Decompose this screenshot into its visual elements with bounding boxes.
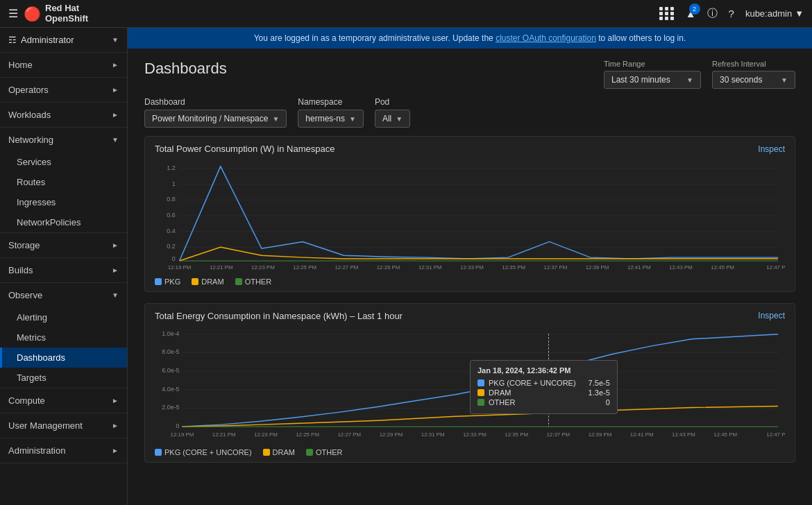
banner-text-after: to allow others to log in. — [596, 33, 686, 43]
chart2-legend-other: OTHER — [306, 448, 343, 456]
svg-text:0.2: 0.2 — [167, 243, 175, 250]
chart2-svg: 1.0e-4 8.0e-5 6.0e-5 4.0e-5 2.0e-5 0 — [155, 327, 785, 440]
sidebar-item-routes[interactable]: Routes — [0, 172, 127, 192]
dashboard-caret-icon: ▼ — [272, 115, 279, 123]
topbar-right: ▲ 2 ⓘ ? kube:admin ▼ — [659, 7, 804, 20]
svg-text:12:47 PM: 12:47 PM — [766, 264, 785, 269]
observe-chevron-icon: ▼ — [112, 291, 119, 299]
svg-text:12:41 PM: 12:41 PM — [630, 431, 654, 438]
svg-text:0.8: 0.8 — [167, 196, 175, 203]
svg-text:12:39 PM: 12:39 PM — [589, 431, 612, 438]
svg-text:12:39 PM: 12:39 PM — [586, 264, 609, 269]
brand-text: Red Hat OpenShift — [45, 3, 88, 24]
perspective-label: Administrator — [21, 35, 74, 45]
sidebar-item-networking[interactable]: Networking ▼ — [0, 128, 127, 152]
svg-text:12:33 PM: 12:33 PM — [463, 431, 487, 438]
sidebar-item-home[interactable]: Home ► — [0, 53, 127, 77]
sidebar-item-networkpolicies[interactable]: NetworkPolicies — [0, 212, 127, 232]
chart1-container: 1.2 1 0.8 0.6 0.4 0.2 0 — [145, 157, 795, 275]
svg-text:12:37 PM: 12:37 PM — [544, 264, 568, 269]
namespace-caret-icon: ▼ — [349, 115, 356, 123]
svg-text:12:43 PM: 12:43 PM — [669, 264, 693, 269]
perspective-selector[interactable]: ☶ Administrator ▼ — [0, 28, 127, 52]
workloads-label: Workloads — [8, 110, 51, 120]
networking-chevron-icon: ▼ — [112, 136, 119, 144]
sidebar-item-builds[interactable]: Builds ► — [0, 258, 127, 282]
admin-icon: ☶ — [8, 35, 17, 45]
usermgmt-label: User Management — [8, 420, 83, 431]
sidebar-item-ingresses[interactable]: Ingresses — [0, 192, 127, 212]
page-title: Dashboards — [144, 60, 227, 78]
builds-chevron-icon: ► — [112, 266, 119, 274]
svg-text:12:37 PM: 12:37 PM — [546, 431, 570, 438]
svg-text:12:31 PM: 12:31 PM — [421, 431, 445, 438]
sidebar-item-alerting[interactable]: Alerting — [0, 307, 127, 327]
chart1-svg: 1.2 1 0.8 0.6 0.4 0.2 0 — [155, 160, 785, 269]
dashboard-dropdown[interactable]: Power Monitoring / Namespace ▼ — [144, 110, 287, 128]
pod-dropdown[interactable]: All ▼ — [375, 110, 410, 128]
networking-label: Networking — [8, 135, 53, 145]
pod-caret-icon: ▼ — [396, 115, 403, 123]
question-icon[interactable]: ? — [729, 8, 734, 19]
sidebar-item-storage[interactable]: Storage ► — [0, 233, 127, 257]
pkg-color-swatch — [155, 278, 162, 285]
user-menu[interactable]: kube:admin ▼ — [745, 8, 804, 19]
operators-label: Operators — [8, 85, 49, 95]
time-range-dropdown[interactable]: Last 30 minutes ▼ — [604, 71, 701, 89]
filters-bar: Dashboard Power Monitoring / Namespace ▼… — [128, 97, 812, 136]
chart1-title: Total Power Consumption (W) in Namespace — [155, 144, 335, 154]
chart1-legend: PKG DRAM OTHER — [145, 275, 795, 291]
help-circle-icon[interactable]: ⓘ — [707, 7, 718, 20]
chart2-inspect-link[interactable]: Inspect — [758, 311, 785, 320]
svg-text:12:19 PM: 12:19 PM — [171, 431, 194, 438]
chart2-dram-swatch — [263, 449, 270, 456]
svg-text:12:41 PM: 12:41 PM — [627, 264, 651, 269]
sidebar-item-operators[interactable]: Operators ► — [0, 78, 127, 102]
sidebar-item-compute[interactable]: Compute ► — [0, 388, 127, 413]
oauth-config-link[interactable]: cluster OAuth configuration — [496, 33, 596, 43]
hamburger-icon[interactable]: ☰ — [8, 7, 18, 20]
perspective-chevron-icon: ▼ — [112, 36, 119, 44]
namespace-dropdown[interactable]: hermes-ns ▼ — [298, 110, 364, 128]
svg-text:12:27 PM: 12:27 PM — [335, 264, 358, 269]
nav-home-section: Home ► — [0, 53, 127, 78]
svg-text:12:43 PM: 12:43 PM — [672, 431, 695, 438]
sidebar-item-targets[interactable]: Targets — [0, 368, 127, 388]
svg-text:4.0e-5: 4.0e-5 — [162, 386, 179, 393]
pod-filter-label: Pod — [375, 97, 410, 107]
compute-label: Compute — [8, 395, 45, 406]
nav-builds-section: Builds ► — [0, 258, 127, 283]
svg-text:0: 0 — [172, 255, 176, 262]
other-color-swatch — [235, 278, 242, 285]
administration-label: Administration — [8, 445, 65, 456]
apps-grid-icon[interactable] — [659, 7, 675, 20]
svg-text:12:29 PM: 12:29 PM — [380, 431, 403, 438]
sidebar-item-administration[interactable]: Administration ► — [0, 438, 127, 463]
refresh-interval-dropdown[interactable]: 30 seconds ▼ — [712, 71, 795, 89]
pod-value: All — [382, 114, 391, 123]
svg-text:1.0e-4: 1.0e-4 — [162, 330, 179, 337]
refresh-interval-control: Refresh Interval 30 seconds ▼ — [712, 60, 795, 89]
sidebar-item-observe[interactable]: Observe ▼ — [0, 283, 127, 307]
sidebar-item-metrics[interactable]: Metrics — [0, 327, 127, 348]
svg-text:12:45 PM: 12:45 PM — [711, 264, 734, 269]
perspective-left: ☶ Administrator — [8, 35, 74, 45]
time-range-value: Last 30 minutes — [611, 75, 670, 85]
svg-text:1.2: 1.2 — [167, 164, 175, 171]
dashboard-value: Power Monitoring / Namespace — [152, 114, 268, 123]
usermgmt-chevron-icon: ► — [112, 422, 119, 429]
sidebar-item-services[interactable]: Services — [0, 152, 127, 172]
nav-operators-section: Operators ► — [0, 78, 127, 103]
storage-label: Storage — [8, 240, 40, 250]
svg-text:12:29 PM: 12:29 PM — [377, 264, 400, 269]
sidebar-item-usermgmt[interactable]: User Management ► — [0, 413, 127, 438]
svg-text:12:27 PM: 12:27 PM — [337, 431, 361, 438]
notifications-icon[interactable]: ▲ 2 — [686, 8, 696, 19]
perspective-section: ☶ Administrator ▼ — [0, 28, 127, 53]
svg-text:12:23 PM: 12:23 PM — [254, 431, 278, 438]
chart1-inspect-link[interactable]: Inspect — [758, 144, 785, 154]
admin-banner: You are logged in as a temporary adminis… — [128, 28, 812, 49]
sidebar-item-workloads[interactable]: Workloads ► — [0, 103, 127, 127]
refresh-interval-caret-icon: ▼ — [781, 76, 788, 84]
sidebar-item-dashboards[interactable]: Dashboards — [0, 348, 127, 368]
